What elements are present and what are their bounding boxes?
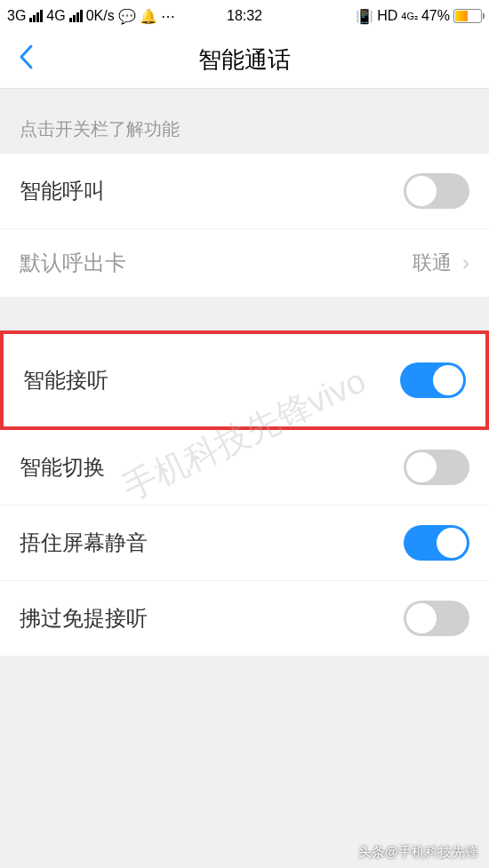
cover-mute-label: 捂住屏幕静音 xyxy=(20,529,404,557)
nav-bar: 智能通话 xyxy=(0,32,489,89)
more-icon: ⋯ xyxy=(161,8,175,25)
hd-label: HD xyxy=(377,8,397,24)
clock: 18:32 xyxy=(227,8,262,24)
row-smart-switch[interactable]: 智能切换 xyxy=(0,430,489,506)
row-default-card[interactable]: 默认呼出卡 联通 › xyxy=(0,229,489,297)
network-3g-label: 3G xyxy=(7,8,26,24)
wechat-icon: ︎💬 xyxy=(118,8,136,25)
4g2-label: 4G₂ xyxy=(401,11,418,22)
footer-credit: 头条@手机科技先锋 xyxy=(358,844,478,861)
smart-switch-label: 智能切换 xyxy=(20,453,404,482)
status-left: 3G 4G 0K/s ︎💬 🔔 ⋯ xyxy=(7,8,175,25)
section-header: 点击开关栏了解功能 xyxy=(0,89,489,154)
wave-answer-label: 拂过免提接听 xyxy=(20,604,404,633)
smart-answer-toggle[interactable] xyxy=(400,362,466,398)
wave-answer-toggle[interactable] xyxy=(404,601,469,636)
spacer xyxy=(0,297,489,330)
notification-icon: 🔔 xyxy=(140,8,157,25)
smart-call-label: 智能呼叫 xyxy=(20,177,404,205)
cover-mute-toggle[interactable] xyxy=(404,525,469,561)
signal-icon-2 xyxy=(69,10,83,22)
default-card-label: 默认呼出卡 xyxy=(20,249,413,277)
smart-call-toggle[interactable] xyxy=(404,173,469,209)
status-bar: 3G 4G 0K/s ︎💬 🔔 ⋯ 18:32 📳 HD 4G₂ 47% xyxy=(0,0,489,32)
network-4g-label: 4G xyxy=(46,8,65,24)
smart-switch-toggle[interactable] xyxy=(404,450,469,485)
row-wave-answer[interactable]: 拂过免提接听 xyxy=(0,581,489,656)
row-cover-mute[interactable]: 捂住屏幕静音 xyxy=(0,506,489,581)
signal-icon-1 xyxy=(29,10,43,22)
chevron-right-icon: › xyxy=(462,251,469,275)
page-title: 智能通话 xyxy=(0,44,489,76)
row-smart-answer[interactable]: 智能接听 xyxy=(0,330,489,430)
vibrate-icon: 📳 xyxy=(356,8,373,25)
default-card-value: 联通 xyxy=(413,250,452,276)
battery-icon xyxy=(453,9,482,23)
chevron-left-icon xyxy=(18,44,34,70)
back-button[interactable] xyxy=(18,44,34,77)
speed-label: 0K/s xyxy=(86,8,115,24)
status-right: 📳 HD 4G₂ 47% xyxy=(356,8,482,25)
smart-answer-label: 智能接听 xyxy=(23,366,400,394)
battery-percent: 47% xyxy=(421,8,450,24)
row-smart-call[interactable]: 智能呼叫 xyxy=(0,154,489,229)
